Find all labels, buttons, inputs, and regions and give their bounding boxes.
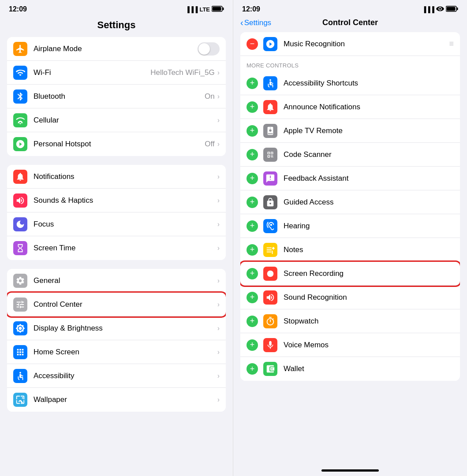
add-guided-access-button[interactable]: +	[247, 197, 258, 208]
settings-content: Airplane Mode Wi-Fi HelloTech WiFi_5G ›	[0, 37, 233, 476]
voice-memos-row[interactable]: + Voice Memos	[240, 333, 460, 357]
hotspot-icon	[13, 137, 27, 151]
control-center-icon	[13, 298, 27, 312]
network-group: Airplane Mode Wi-Fi HelloTech WiFi_5G ›	[7, 37, 226, 156]
homescreen-row[interactable]: Home Screen ›	[7, 340, 226, 364]
guided-access-svg	[265, 197, 275, 207]
focus-row[interactable]: Focus ›	[7, 212, 226, 236]
appletv-remote-label: Apple TV Remote	[284, 126, 454, 135]
add-wallet-button[interactable]: +	[247, 363, 258, 375]
cellular-row[interactable]: Cellular ›	[7, 108, 226, 132]
hotspot-label: Personal Hotspot	[34, 140, 205, 149]
screentime-icon	[13, 241, 27, 255]
hearing-label: Hearing	[284, 222, 454, 231]
add-notes-button[interactable]: +	[247, 244, 258, 256]
feedback-assistant-label: Feedback Assistant	[284, 174, 454, 183]
right-wifi-icon	[436, 6, 444, 13]
screen-recording-row[interactable]: + Screen Recording	[240, 262, 460, 286]
airplane-toggle[interactable]	[198, 42, 220, 56]
notes-row[interactable]: + Notes	[240, 238, 460, 262]
feedback-svg	[265, 174, 275, 183]
toggle-knob	[198, 43, 210, 55]
bluetooth-row[interactable]: Bluetooth On ›	[7, 85, 226, 108]
hearing-row[interactable]: + Hearing	[240, 214, 460, 238]
left-phone-panel: 12:09 ▐▐▐ LTE Settings Airplane Mode	[0, 0, 233, 476]
music-recognition-row[interactable]: − Music Recognition ≡	[240, 32, 460, 56]
notifications-row[interactable]: Notifications ›	[7, 165, 226, 189]
accessibility-chevron: ›	[217, 372, 220, 380]
svg-point-3	[19, 372, 21, 373]
plus-icon-9: +	[250, 269, 255, 278]
display-row[interactable]: Display & Brightness ›	[7, 316, 226, 340]
stopwatch-row[interactable]: + Stopwatch	[240, 309, 460, 333]
hourglass-svg	[15, 243, 25, 253]
notes-label: Notes	[284, 245, 454, 254]
add-screen-recording-button[interactable]: +	[247, 268, 258, 279]
wallet-icon	[263, 362, 277, 376]
add-appletv-button[interactable]: +	[247, 125, 258, 137]
homescreen-chevron: ›	[217, 348, 220, 356]
accessibility-shortcuts-row[interactable]: + Accessibility Shortcuts	[240, 71, 460, 95]
voice-memos-label: Voice Memos	[284, 341, 454, 350]
sounds-icon	[13, 193, 27, 208]
wifi-icon	[13, 66, 27, 80]
voicememo-svg	[265, 340, 275, 350]
add-announce-button[interactable]: +	[247, 101, 258, 113]
signal-icon: ▐▐▐	[186, 6, 198, 13]
wifi-row[interactable]: Wi-Fi HelloTech WiFi_5G ›	[7, 61, 226, 85]
sounds-row[interactable]: Sounds & Haptics ›	[7, 189, 226, 212]
airplane-svg	[15, 44, 25, 54]
left-status-icons: ▐▐▐ LTE	[186, 6, 224, 13]
plus-icon-4: +	[250, 150, 255, 159]
code-scanner-row[interactable]: + Code Scanner	[240, 143, 460, 167]
wallpaper-label: Wallpaper	[34, 395, 217, 404]
screentime-row[interactable]: Screen Time ›	[7, 236, 226, 260]
focus-icon	[13, 217, 27, 231]
appletv-remote-row[interactable]: + Apple TV Remote	[240, 119, 460, 143]
svg-rect-2	[213, 7, 221, 11]
sound-recognition-row[interactable]: + Sound Recognition	[240, 286, 460, 309]
notes-svg	[265, 245, 275, 255]
plus-icon: +	[250, 78, 255, 88]
announce-notifications-icon	[263, 100, 277, 114]
remove-music-button[interactable]: −	[247, 38, 258, 50]
announce-svg	[265, 102, 275, 112]
wallet-row[interactable]: + Wallet	[240, 357, 460, 381]
shazam-svg	[265, 39, 275, 49]
add-feedback-button[interactable]: +	[247, 173, 258, 184]
general-row[interactable]: General ›	[7, 269, 226, 293]
cellular-label: Cellular	[34, 116, 217, 125]
hotspot-row[interactable]: Personal Hotspot Off ›	[7, 132, 226, 156]
bell-svg	[15, 172, 25, 182]
add-sound-recognition-button[interactable]: +	[247, 292, 258, 303]
back-button[interactable]: ‹ Settings	[240, 18, 271, 28]
moon-svg	[15, 219, 25, 229]
control-center-row[interactable]: Control Center ›	[7, 293, 226, 316]
appletv-remote-icon	[263, 124, 277, 138]
wallpaper-row[interactable]: Wallpaper ›	[7, 388, 226, 412]
add-code-scanner-button[interactable]: +	[247, 149, 258, 160]
svg-point-8	[267, 270, 274, 277]
plus-icon-7: +	[250, 221, 255, 231]
guided-access-row[interactable]: + Guided Access	[240, 190, 460, 214]
code-scanner-label: Code Scanner	[284, 150, 454, 159]
announce-notifications-row[interactable]: + Announce Notifications	[240, 95, 460, 119]
left-status-bar: 12:09 ▐▐▐ LTE	[0, 0, 233, 16]
notifications-group: Notifications › Sounds & Haptics › Focus…	[7, 165, 226, 260]
svg-rect-5	[457, 7, 458, 10]
add-stopwatch-button[interactable]: +	[247, 316, 258, 327]
notifications-label: Notifications	[34, 172, 217, 181]
cellular-icon	[13, 113, 27, 127]
feedback-assistant-row[interactable]: + Feedback Assistant	[240, 167, 460, 190]
add-accessibility-shortcuts-button[interactable]: +	[247, 78, 258, 89]
screentime-chevron: ›	[217, 244, 220, 252]
bluetooth-value: On	[205, 92, 215, 101]
add-voice-memos-button[interactable]: +	[247, 339, 258, 351]
right-status-icons: ▐▐▐	[422, 6, 458, 13]
add-hearing-button[interactable]: +	[247, 220, 258, 232]
accessibility-row[interactable]: Accessibility ›	[7, 364, 226, 388]
qr-svg	[265, 150, 275, 160]
airplane-mode-row[interactable]: Airplane Mode	[7, 37, 226, 61]
screentime-label: Screen Time	[34, 244, 217, 253]
music-recognition-icon	[263, 37, 277, 51]
